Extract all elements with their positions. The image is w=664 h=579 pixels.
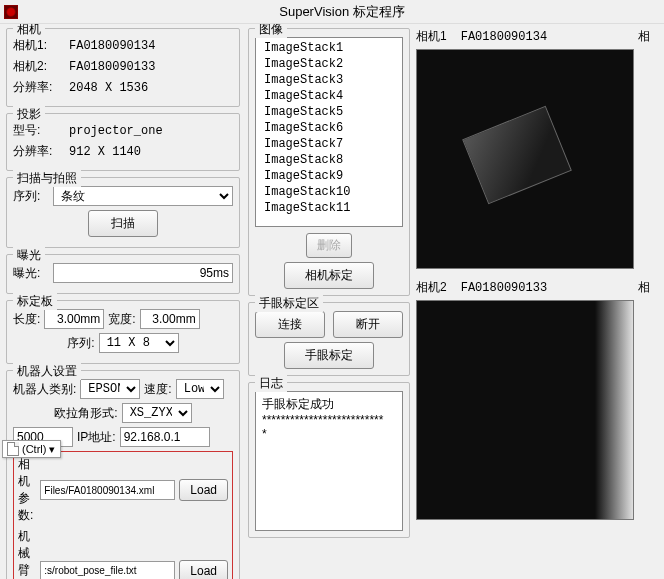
cam-res-label: 分辨率: xyxy=(13,79,65,96)
preview-cam2-id: FA0180090133 xyxy=(461,281,547,295)
camera-calib-button[interactable]: 相机标定 xyxy=(284,262,374,289)
projector-group-title: 投影 xyxy=(13,106,45,123)
preview-cam2-label: 相机2 xyxy=(416,279,447,296)
log-box: 手眼标定成功 ************************** * xyxy=(255,391,403,531)
robot-group-title: 机器人设置 xyxy=(13,363,81,380)
list-item[interactable]: ImageStack5 xyxy=(256,104,402,120)
wid-label: 宽度: xyxy=(108,311,135,328)
arm-param-label: 机械臂参数: xyxy=(18,528,36,579)
list-item[interactable]: ImageStack2 xyxy=(256,56,402,72)
calib-board-title: 标定板 xyxy=(13,293,57,310)
cam1-label: 相机1: xyxy=(13,37,65,54)
list-item[interactable]: ImageStack7 xyxy=(256,136,402,152)
log-group-title: 日志 xyxy=(255,375,287,392)
cam2-label: 相机2: xyxy=(13,58,65,75)
exposure-input[interactable] xyxy=(53,263,233,283)
log-group: 日志 手眼标定成功 ************************** * xyxy=(248,382,410,538)
arm-param-input[interactable] xyxy=(40,561,175,580)
len-input[interactable] xyxy=(44,309,104,329)
cam2-value: FA0180090133 xyxy=(69,60,155,74)
wid-input[interactable] xyxy=(140,309,200,329)
list-item[interactable]: ImageStack3 xyxy=(256,72,402,88)
record-icon xyxy=(4,5,18,19)
proj-res-value: 912 X 1140 xyxy=(69,145,141,159)
grid-select[interactable]: 11 X 8 xyxy=(99,333,179,353)
speed-label: 速度: xyxy=(144,381,171,398)
preview-right-label-2: 相 xyxy=(638,279,650,296)
cam-param-label: 相机参数: xyxy=(18,456,36,524)
connect-button[interactable]: 连接 xyxy=(255,311,325,338)
disconnect-button[interactable]: 断开 xyxy=(333,311,403,338)
cam1-view xyxy=(416,49,634,269)
list-item[interactable]: ImageStack11 xyxy=(256,200,402,216)
image-group-title: 图像 xyxy=(255,24,287,38)
cam-param-input[interactable] xyxy=(40,480,175,500)
scan-button[interactable]: 扫描 xyxy=(88,210,158,237)
camera-group-title: 相机 xyxy=(13,24,45,38)
ip-input[interactable] xyxy=(120,427,210,447)
app-title: SuperVision 标定程序 xyxy=(24,3,660,21)
euler-select[interactable]: XS_ZYX xyxy=(122,403,192,423)
image-listbox[interactable]: ImageStack1ImageStack2ImageStack3ImageSt… xyxy=(255,37,403,227)
preview-cam1-id: FA0180090134 xyxy=(461,30,547,44)
exposure-group-title: 曝光 xyxy=(13,247,45,264)
robot-group: 机器人设置 机器人类别: EPSON 速度: Low 欧拉角形式: XS_ZYX… xyxy=(6,370,240,579)
exposure-group: 曝光 曝光: xyxy=(6,254,240,294)
cam-res-value: 2048 X 1536 xyxy=(69,81,148,95)
list-item[interactable]: ImageStack10 xyxy=(256,184,402,200)
proj-model-label: 型号: xyxy=(13,122,65,139)
handeye-calib-button[interactable]: 手眼标定 xyxy=(284,342,374,369)
ctrl-hint-text: (Ctrl) ▾ xyxy=(22,443,56,456)
list-item[interactable]: ImageStack9 xyxy=(256,168,402,184)
cam1-object xyxy=(462,106,572,205)
euler-label: 欧拉角形式: xyxy=(54,405,117,422)
list-item[interactable]: ImageStack6 xyxy=(256,120,402,136)
cam2-light xyxy=(595,301,633,519)
handeye-group-title: 手眼标定区 xyxy=(255,295,323,312)
speed-select[interactable]: Low xyxy=(176,379,224,399)
camera-group: 相机 相机1: FA0180090134 相机2: FA0180090133 分… xyxy=(6,28,240,107)
delete-button[interactable]: 删除 xyxy=(306,233,352,258)
seq-select[interactable]: 条纹 xyxy=(53,186,233,206)
image-group: 图像 ImageStack1ImageStack2ImageStack3Imag… xyxy=(248,28,410,296)
scan-group: 扫描与拍照 序列: 条纹 扫描 xyxy=(6,177,240,248)
list-item[interactable]: ImageStack1 xyxy=(256,40,402,56)
cam-param-load-button[interactable]: Load xyxy=(179,479,228,501)
titlebar: SuperVision 标定程序 xyxy=(0,0,664,24)
list-item[interactable]: ImageStack8 xyxy=(256,152,402,168)
param-load-box: 相机参数: Load 机械臂参数: Load xyxy=(13,451,233,579)
document-icon xyxy=(7,442,19,456)
len-label: 长度: xyxy=(13,311,40,328)
preview-right-label-1: 相 xyxy=(638,28,650,45)
projector-group: 投影 型号: projector_one 分辨率: 912 X 1140 xyxy=(6,113,240,171)
preview-cam1-label: 相机1 xyxy=(416,28,447,45)
seq-label: 序列: xyxy=(13,188,49,205)
ctrl-hint-tooltip: (Ctrl) ▾ xyxy=(2,440,61,458)
arm-param-load-button[interactable]: Load xyxy=(179,560,228,580)
robot-type-label: 机器人类别: xyxy=(13,381,76,398)
scan-group-title: 扫描与拍照 xyxy=(13,170,81,187)
exposure-label: 曝光: xyxy=(13,265,49,282)
list-item[interactable]: ImageStack4 xyxy=(256,88,402,104)
robot-type-select[interactable]: EPSON xyxy=(80,379,140,399)
grid-label: 序列: xyxy=(67,335,94,352)
calib-board-group: 标定板 长度: 宽度: 序列: 11 X 8 xyxy=(6,300,240,364)
ip-label: IP地址: xyxy=(77,429,116,446)
cam2-view xyxy=(416,300,634,520)
handeye-group: 手眼标定区 连接 断开 手眼标定 xyxy=(248,302,410,376)
proj-res-label: 分辨率: xyxy=(13,143,65,160)
cam1-value: FA0180090134 xyxy=(69,39,155,53)
proj-model-value: projector_one xyxy=(69,124,163,138)
